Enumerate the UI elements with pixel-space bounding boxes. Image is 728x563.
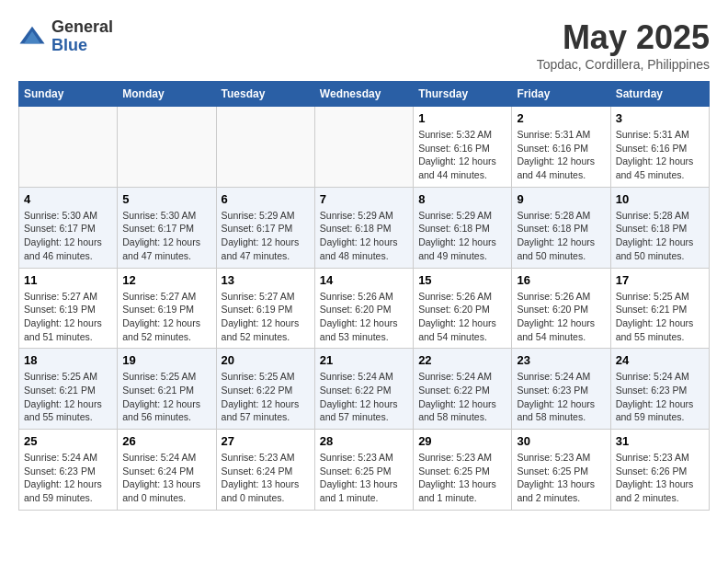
week-row-5: 25Sunrise: 5:24 AM Sunset: 6:23 PM Dayli… — [19, 430, 710, 511]
day-number: 22 — [418, 353, 506, 367]
header-friday: Friday — [512, 82, 610, 107]
day-info: Sunrise: 5:23 AM Sunset: 6:26 PM Dayligh… — [616, 451, 704, 505]
day-number: 14 — [320, 273, 408, 287]
calendar-cell: 28Sunrise: 5:23 AM Sunset: 6:25 PM Dayli… — [314, 430, 413, 511]
day-number: 6 — [222, 192, 310, 206]
week-row-4: 18Sunrise: 5:25 AM Sunset: 6:21 PM Dayli… — [19, 349, 710, 430]
day-info: Sunrise: 5:25 AM Sunset: 6:21 PM Dayligh… — [122, 370, 210, 424]
day-number: 3 — [616, 111, 704, 125]
day-info: Sunrise: 5:25 AM Sunset: 6:22 PM Dayligh… — [222, 370, 310, 424]
calendar-cell: 3Sunrise: 5:31 AM Sunset: 6:16 PM Daylig… — [610, 107, 709, 188]
day-info: Sunrise: 5:31 AM Sunset: 6:16 PM Dayligh… — [616, 128, 704, 182]
calendar-cell: 4Sunrise: 5:30 AM Sunset: 6:17 PM Daylig… — [19, 187, 118, 268]
day-info: Sunrise: 5:24 AM Sunset: 6:23 PM Dayligh… — [616, 370, 704, 424]
day-number: 17 — [616, 273, 704, 287]
header-thursday: Thursday — [414, 82, 512, 107]
header-saturday: Saturday — [610, 82, 709, 107]
day-number: 5 — [122, 192, 210, 206]
day-number: 31 — [616, 434, 704, 448]
calendar-cell: 25Sunrise: 5:24 AM Sunset: 6:23 PM Dayli… — [19, 430, 118, 511]
day-info: Sunrise: 5:24 AM Sunset: 6:22 PM Dayligh… — [320, 370, 408, 424]
day-info: Sunrise: 5:29 AM Sunset: 6:17 PM Dayligh… — [222, 209, 310, 263]
day-number: 21 — [320, 353, 408, 367]
calendar-cell: 23Sunrise: 5:24 AM Sunset: 6:23 PM Dayli… — [512, 349, 610, 430]
day-info: Sunrise: 5:27 AM Sunset: 6:19 PM Dayligh… — [222, 290, 310, 344]
calendar-cell: 31Sunrise: 5:23 AM Sunset: 6:26 PM Dayli… — [610, 430, 709, 511]
day-info: Sunrise: 5:26 AM Sunset: 6:20 PM Dayligh… — [517, 290, 605, 344]
day-info: Sunrise: 5:32 AM Sunset: 6:16 PM Dayligh… — [418, 128, 506, 182]
day-number: 30 — [517, 434, 605, 448]
logo-text: General Blue — [51, 18, 113, 55]
calendar-cell: 21Sunrise: 5:24 AM Sunset: 6:22 PM Dayli… — [314, 349, 413, 430]
day-number: 10 — [616, 192, 704, 206]
calendar-cell: 9Sunrise: 5:28 AM Sunset: 6:18 PM Daylig… — [512, 187, 610, 268]
calendar-cell: 22Sunrise: 5:24 AM Sunset: 6:22 PM Dayli… — [414, 349, 512, 430]
day-info: Sunrise: 5:24 AM Sunset: 6:24 PM Dayligh… — [122, 451, 210, 505]
calendar-cell: 5Sunrise: 5:30 AM Sunset: 6:17 PM Daylig… — [118, 187, 216, 268]
day-info: Sunrise: 5:27 AM Sunset: 6:19 PM Dayligh… — [122, 290, 210, 344]
calendar-cell: 29Sunrise: 5:23 AM Sunset: 6:25 PM Dayli… — [414, 430, 512, 511]
day-info: Sunrise: 5:24 AM Sunset: 6:22 PM Dayligh… — [418, 370, 506, 424]
day-number: 15 — [418, 273, 506, 287]
day-number: 7 — [320, 192, 408, 206]
calendar-cell: 6Sunrise: 5:29 AM Sunset: 6:17 PM Daylig… — [216, 187, 314, 268]
calendar-cell: 17Sunrise: 5:25 AM Sunset: 6:21 PM Dayli… — [610, 268, 709, 349]
title-section: May 2025 Topdac, Cordillera, Philippines — [537, 18, 710, 72]
day-number: 8 — [418, 192, 506, 206]
day-number: 2 — [517, 111, 605, 125]
day-number: 23 — [517, 353, 605, 367]
day-info: Sunrise: 5:28 AM Sunset: 6:18 PM Dayligh… — [517, 209, 605, 263]
calendar-cell — [314, 107, 413, 188]
calendar-cell: 8Sunrise: 5:29 AM Sunset: 6:18 PM Daylig… — [414, 187, 512, 268]
day-number: 4 — [24, 192, 112, 206]
day-info: Sunrise: 5:28 AM Sunset: 6:18 PM Dayligh… — [616, 209, 704, 263]
day-number: 12 — [122, 273, 210, 287]
calendar-cell: 24Sunrise: 5:24 AM Sunset: 6:23 PM Dayli… — [610, 349, 709, 430]
calendar-cell: 30Sunrise: 5:23 AM Sunset: 6:25 PM Dayli… — [512, 430, 610, 511]
day-number: 16 — [517, 273, 605, 287]
day-number: 29 — [418, 434, 506, 448]
calendar-cell: 27Sunrise: 5:23 AM Sunset: 6:24 PM Dayli… — [216, 430, 314, 511]
calendar-cell: 19Sunrise: 5:25 AM Sunset: 6:21 PM Dayli… — [118, 349, 216, 430]
week-row-2: 4Sunrise: 5:30 AM Sunset: 6:17 PM Daylig… — [19, 187, 710, 268]
day-number: 18 — [24, 353, 112, 367]
day-info: Sunrise: 5:24 AM Sunset: 6:23 PM Dayligh… — [517, 370, 605, 424]
week-row-3: 11Sunrise: 5:27 AM Sunset: 6:19 PM Dayli… — [19, 268, 710, 349]
calendar-table: SundayMondayTuesdayWednesdayThursdayFrid… — [18, 81, 710, 511]
header-monday: Monday — [118, 82, 216, 107]
calendar-cell: 12Sunrise: 5:27 AM Sunset: 6:19 PM Dayli… — [118, 268, 216, 349]
day-number: 28 — [320, 434, 408, 448]
day-info: Sunrise: 5:24 AM Sunset: 6:23 PM Dayligh… — [24, 451, 112, 505]
day-info: Sunrise: 5:23 AM Sunset: 6:25 PM Dayligh… — [517, 451, 605, 505]
calendar-cell: 14Sunrise: 5:26 AM Sunset: 6:20 PM Dayli… — [314, 268, 413, 349]
day-info: Sunrise: 5:30 AM Sunset: 6:17 PM Dayligh… — [122, 209, 210, 263]
logo-general: General — [51, 18, 113, 37]
day-info: Sunrise: 5:23 AM Sunset: 6:25 PM Dayligh… — [418, 451, 506, 505]
day-number: 24 — [616, 353, 704, 367]
calendar-cell: 20Sunrise: 5:25 AM Sunset: 6:22 PM Dayli… — [216, 349, 314, 430]
day-number: 20 — [222, 353, 310, 367]
day-info: Sunrise: 5:26 AM Sunset: 6:20 PM Dayligh… — [418, 290, 506, 344]
calendar-cell: 10Sunrise: 5:28 AM Sunset: 6:18 PM Dayli… — [610, 187, 709, 268]
day-info: Sunrise: 5:27 AM Sunset: 6:19 PM Dayligh… — [24, 290, 112, 344]
day-info: Sunrise: 5:30 AM Sunset: 6:17 PM Dayligh… — [24, 209, 112, 263]
logo-blue: Blue — [51, 37, 113, 55]
calendar-cell: 18Sunrise: 5:25 AM Sunset: 6:21 PM Dayli… — [19, 349, 118, 430]
calendar-cell: 13Sunrise: 5:27 AM Sunset: 6:19 PM Dayli… — [216, 268, 314, 349]
day-info: Sunrise: 5:23 AM Sunset: 6:25 PM Dayligh… — [320, 451, 408, 505]
calendar-cell: 16Sunrise: 5:26 AM Sunset: 6:20 PM Dayli… — [512, 268, 610, 349]
logo: General Blue — [18, 18, 113, 55]
day-number: 9 — [517, 192, 605, 206]
calendar-cell — [19, 107, 118, 188]
day-info: Sunrise: 5:26 AM Sunset: 6:20 PM Dayligh… — [320, 290, 408, 344]
header-row: SundayMondayTuesdayWednesdayThursdayFrid… — [19, 82, 710, 107]
day-number: 25 — [24, 434, 112, 448]
calendar-cell: 11Sunrise: 5:27 AM Sunset: 6:19 PM Dayli… — [19, 268, 118, 349]
day-number: 26 — [122, 434, 210, 448]
day-info: Sunrise: 5:29 AM Sunset: 6:18 PM Dayligh… — [418, 209, 506, 263]
calendar-cell: 2Sunrise: 5:31 AM Sunset: 6:16 PM Daylig… — [512, 107, 610, 188]
day-number: 1 — [418, 111, 506, 125]
logo-icon — [18, 23, 46, 51]
day-info: Sunrise: 5:31 AM Sunset: 6:16 PM Dayligh… — [517, 128, 605, 182]
day-info: Sunrise: 5:25 AM Sunset: 6:21 PM Dayligh… — [616, 290, 704, 344]
